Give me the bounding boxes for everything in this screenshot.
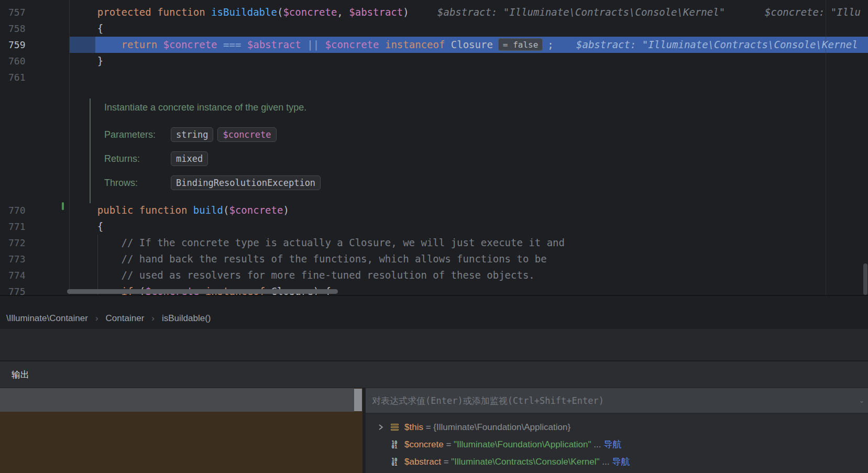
doc-returns-label: Returns: [104, 153, 167, 164]
doc-parameter-badge[interactable]: string [171, 127, 213, 142]
debug-toolbar-area [0, 329, 868, 361]
console-scrollbar-thumb[interactable] [354, 389, 362, 411]
breadcrumb-item[interactable]: \Illuminate\Container [2, 313, 92, 324]
code-line-773: // hand back the results of the function… [73, 251, 868, 267]
tab-output[interactable]: 输出 [12, 369, 29, 381]
breadcrumb-item[interactable]: isBuildable() [158, 313, 215, 324]
line-number-770[interactable]: 770 [8, 202, 40, 218]
code-line-761 [73, 69, 868, 85]
code-line-771: { [73, 218, 868, 235]
doc-parameters-label: Parameters: [104, 129, 167, 140]
line-number-759[interactable]: 759 [8, 37, 40, 53]
evaluate-expression-bar: ⌄ [366, 388, 868, 414]
horizontal-scrollbar-thumb[interactable] [67, 289, 338, 294]
primitive-value-icon: 1001 [389, 458, 400, 466]
breadcrumb-separator-icon: › [92, 313, 102, 324]
code-line-760: } [73, 53, 868, 69]
doc-left-border [90, 98, 91, 203]
code-line-757: protected function isBuildable($concrete… [73, 4, 868, 20]
line-number-757[interactable]: 757 [8, 4, 40, 20]
code-line-758: { [73, 20, 868, 37]
rendered-doc-comment: Instantiate a concrete instance of the g… [0, 97, 868, 204]
doc-parameters-row: Parameters: string$concrete [104, 127, 277, 142]
variable-row-abstract[interactable]: 1001$abstract = "Illuminate\Contracts\Co… [366, 453, 868, 470]
line-number-775[interactable]: 775 [8, 283, 40, 295]
line-number-773[interactable]: 773 [8, 251, 40, 267]
breadcrumb-separator-icon: › [148, 313, 158, 324]
inline-debugger-hint: $abstract: "Illuminate\Contracts\Console… [437, 4, 725, 20]
code-editor[interactable]: 757758759760761770771772773774775 protec… [0, 0, 868, 295]
variable-row-this[interactable]: $this = {Illuminate\Foundation\Applicati… [366, 419, 868, 436]
debug-content: ⌄ $this = {Illuminate\Foundation\Applica… [0, 388, 868, 473]
line-number-761[interactable]: 761 [8, 69, 40, 85]
breadcrumb: \Illuminate\Container›Container›isBuilda… [0, 295, 868, 329]
variables-list: $this = {Illuminate\Foundation\Applicati… [366, 415, 868, 473]
doc-throws-type-badge[interactable]: BindingResolutionException [171, 175, 321, 190]
console-scrollbar-track[interactable] [0, 388, 354, 412]
line-number-772[interactable]: 772 [8, 235, 40, 251]
navigate-link[interactable]: 导航 [603, 439, 621, 449]
inline-debugger-hint: $abstract: "Illuminate\Contracts\Console… [576, 37, 858, 53]
inline-debugger-hint: $concrete: "Illu [765, 4, 861, 20]
line-number-760[interactable]: 760 [8, 53, 40, 69]
doc-summary: Instantiate a concrete instance of the g… [104, 102, 306, 113]
variable-row-concrete[interactable]: 1001$concrete = "Illuminate\Foundation\A… [366, 436, 868, 453]
doc-parameter-badge[interactable]: $concrete [217, 127, 276, 142]
line-number-774[interactable]: 774 [8, 267, 40, 283]
breadcrumb-item[interactable]: Container [102, 313, 149, 324]
debug-tab-bar: 输出 [0, 361, 868, 388]
doc-returns-row: Returns: mixed [104, 151, 208, 166]
output-console[interactable] [0, 388, 362, 473]
vertical-scrollbar-thumb[interactable] [863, 263, 867, 295]
object-value-icon [389, 423, 400, 431]
code-line-770: public function build($concrete) [73, 202, 868, 218]
expand-chevron-icon[interactable] [376, 424, 384, 431]
doc-throws-label: Throws: [104, 178, 167, 189]
line-number-771[interactable]: 771 [8, 218, 40, 235]
doc-throws-row: Throws: BindingResolutionException [104, 175, 321, 190]
inline-debugger-value-badge[interactable]: = false [498, 38, 543, 51]
code-line-772: // If the concrete type is actually a Cl… [73, 235, 868, 251]
doc-parameter-badges: string$concrete [171, 127, 277, 142]
code-line-759: return $concrete === $abstract || $concr… [73, 37, 868, 53]
navigate-link[interactable]: 导航 [612, 457, 630, 467]
expand-editor-icon[interactable]: ⌄ [855, 397, 868, 404]
line-number-758[interactable]: 758 [8, 20, 40, 37]
ide-window: 757758759760761770771772773774775 protec… [0, 0, 868, 473]
code-line-774: // used as resolvers for more fine-tuned… [73, 267, 868, 283]
primitive-value-icon: 1001 [389, 441, 400, 449]
doc-returns-type-badge[interactable]: mixed [171, 151, 208, 166]
variable-text: $this = {Illuminate\Foundation\Applicati… [404, 422, 570, 433]
variable-text: $abstract = "Illuminate\Contracts\Consol… [404, 456, 630, 468]
variables-pane: ⌄ $this = {Illuminate\Foundation\Applica… [366, 388, 868, 473]
variable-text: $concrete = "Illuminate\Foundation\Appli… [404, 438, 621, 450]
evaluate-expression-input[interactable] [366, 395, 855, 406]
